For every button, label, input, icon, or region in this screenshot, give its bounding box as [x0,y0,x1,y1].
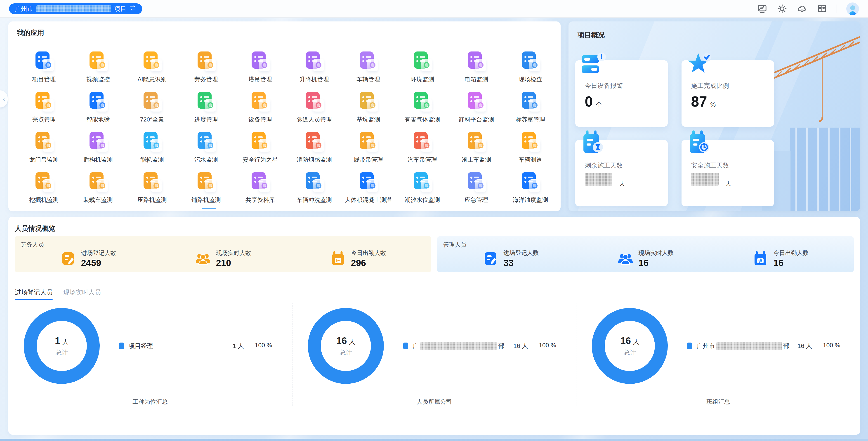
app-item[interactable]: 升降机管理 [287,44,341,84]
app-item[interactable]: 视频监控 [71,44,125,84]
app-item[interactable]: 大体积混凝土测温 [341,165,395,205]
project-switcher-button[interactable]: 广州市项目 [9,3,142,14]
legend-row[interactable]: 广部 16 人 100 % [403,342,564,350]
tab-registered-personnel[interactable]: 进场登记人员 [15,288,53,300]
app-item[interactable]: 劳务管理 [179,44,233,84]
safe-days-card[interactable]: 安全施工天数 天 [682,140,774,206]
app-item[interactable]: 龙门吊监测 [17,125,71,165]
app-item[interactable]: 履带吊管理 [341,125,395,165]
donut-ring[interactable]: 1人 总计 [24,308,100,384]
app-grid: 项目管理 视频监控 AI隐患识别 劳务管理 塔吊管理 升降机管理 车辆管理 环境… [17,44,557,205]
star-check-icon [686,50,713,76]
vehicle-management-icon [358,50,379,72]
shield-machine-icon [87,131,109,152]
card-value: 87 [691,93,707,110]
app-item[interactable]: AI隐患识别 [125,44,179,84]
app-item[interactable]: 亮点管理 [17,84,71,125]
device-alarm-card[interactable]: ! 今日设备报警 0 个 [575,60,668,127]
svg-text:!: ! [600,53,602,61]
app-label: 汽车吊管理 [408,156,437,164]
app-item[interactable]: 车辆冲洗监测 [287,165,341,205]
switch-project-icon [129,4,136,13]
progress-icon [195,90,217,112]
tide-level-icon [411,171,433,192]
management-attendance-stat: 班 今日出勤人数 16 [713,249,848,268]
personnel-overview-title: 人员情况概览 [15,224,55,233]
app-item[interactable]: 进度管理 [179,84,233,125]
donut-unit: 人 [62,338,68,345]
app-item[interactable]: 项目管理 [17,44,71,84]
app-label: 现场检查 [519,75,542,83]
app-item[interactable]: 车辆测速 [503,125,557,165]
tab-realtime-personnel[interactable]: 现场实时人员 [63,288,101,300]
app-item[interactable]: 潮汐水位监测 [395,165,450,205]
app-item[interactable]: 渣土车监测 [450,125,503,165]
remaining-days-card[interactable]: 剩余施工天数 天 [575,140,668,206]
app-item[interactable]: 挖掘机监测 [17,165,71,205]
emergency-icon [465,171,487,192]
app-item[interactable]: 能耗监测 [125,125,179,165]
app-item[interactable]: 汽车吊管理 [395,125,450,165]
app-item[interactable]: 有害气体监测 [395,84,450,125]
app-label: 亮点管理 [32,115,56,124]
app-item[interactable]: 铺路机监测 [179,165,233,205]
app-item[interactable]: 隧道人员管理 [287,84,341,125]
concrete-temp-icon [358,171,379,192]
excavator-icon [33,171,55,192]
app-item[interactable]: 卸料平台监测 [450,84,503,125]
app-label: 渣土车监测 [462,156,491,164]
stat-label: 进场登记人数 [504,249,539,257]
app-item[interactable]: 车辆管理 [341,44,395,84]
app-item[interactable]: 基坑监测 [341,84,395,125]
crawler-crane-icon [358,131,379,152]
completion-ratio-card[interactable]: 施工完成比例 87 % [682,60,774,127]
app-item[interactable]: 智能地磅 [71,84,125,125]
app-item[interactable]: 现场检查 [503,44,557,84]
user-avatar[interactable] [846,2,859,15]
app-label: 共享资料库 [246,196,275,204]
app-item[interactable]: 海洋浊度监测 [503,165,557,205]
app-label: 能耗监测 [141,156,164,164]
donut-ring[interactable]: 16人 总计 [308,308,384,384]
people-icon [617,250,633,267]
app-item[interactable]: 装载车监测 [71,165,125,205]
top-bar: 广州市项目 [0,0,868,18]
app-item[interactable]: 720°全景 [125,84,179,125]
redacted-days-value [585,173,612,185]
app-item[interactable]: 消防烟感监测 [287,125,341,165]
card-unit: 天 [725,179,732,188]
apps-scroll-left-button[interactable]: ‹ [0,90,8,107]
app-item[interactable]: 应急管理 [450,165,503,205]
app-item[interactable]: 安全行为之星 [233,125,287,165]
monitor-icon[interactable] [757,4,767,14]
app-item[interactable]: 共享资料库 [233,165,287,205]
svg-text:班: 班 [758,258,763,263]
app-item[interactable]: 标养室管理 [503,84,557,125]
legend-row[interactable]: 项目经理 1 人 100 % [119,342,280,350]
app-item[interactable]: 压路机监测 [125,165,179,205]
cloud-download-icon[interactable] [797,4,807,14]
labor-attendance-stat: 班 今日出勤人数 296 [290,249,426,268]
legend-count: 16 人 [513,342,528,350]
app-item[interactable]: 塔吊管理 [233,44,287,84]
card-unit: 天 [619,179,625,188]
legend-marker [119,343,124,349]
paver-icon [195,171,217,192]
app-item[interactable]: 污水监测 [179,125,233,165]
app-item[interactable]: 设备管理 [233,84,287,125]
project-overview-title: 项目概况 [578,31,604,40]
handbook-icon[interactable] [817,4,827,14]
app-item[interactable]: 电箱监测 [450,44,503,84]
app-label: 车辆冲洗监测 [297,196,332,204]
management-onsite-stat: 现场实时人数 16 [578,249,713,268]
ocean-turbidity-icon [520,171,541,192]
donut-ring[interactable]: 16人 总计 [592,308,668,384]
app-item[interactable]: 盾构机监测 [71,125,125,165]
curing-room-icon [520,90,541,112]
settings-icon[interactable] [777,4,787,14]
legend-percent: 100 % [255,342,272,350]
legend-row[interactable]: 广州市部 16 人 100 % [687,342,848,350]
personnel-tabs: 进场登记人员 现场实时人员 [15,288,101,300]
app-item[interactable]: 环境监测 [395,44,450,84]
app-label: 车辆测速 [519,156,542,164]
